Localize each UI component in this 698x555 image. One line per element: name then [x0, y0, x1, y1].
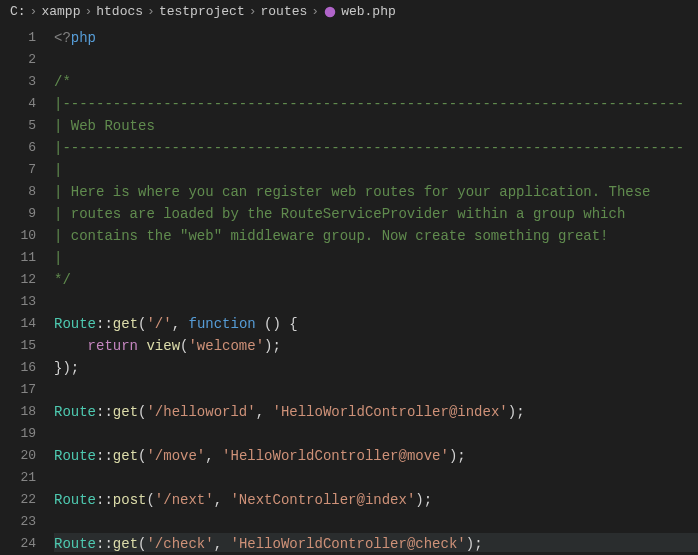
line-number: 2: [0, 49, 36, 71]
line-number: 1: [0, 27, 36, 49]
code-line[interactable]: |: [54, 247, 698, 269]
code-editor[interactable]: 123456789101112131415161718192021222324 …: [0, 23, 698, 552]
line-number: 4: [0, 93, 36, 115]
line-number: 11: [0, 247, 36, 269]
line-number: 19: [0, 423, 36, 445]
breadcrumb-file[interactable]: web.php: [341, 4, 396, 19]
line-number: 22: [0, 489, 36, 511]
breadcrumb-segment[interactable]: htdocs: [96, 4, 143, 19]
line-number: 15: [0, 335, 36, 357]
code-line[interactable]: <?php: [54, 27, 698, 49]
chevron-right-icon: ›: [147, 4, 155, 19]
code-line[interactable]: | routes are loaded by the RouteServiceP…: [54, 203, 698, 225]
line-number: 16: [0, 357, 36, 379]
code-line[interactable]: });: [54, 357, 698, 379]
breadcrumb-segment[interactable]: C:: [10, 4, 26, 19]
line-number: 7: [0, 159, 36, 181]
elephant-php-icon: [323, 5, 337, 19]
code-line[interactable]: | Web Routes: [54, 115, 698, 137]
breadcrumb-segment[interactable]: testproject: [159, 4, 245, 19]
code-line[interactable]: |: [54, 159, 698, 181]
line-number: 20: [0, 445, 36, 467]
line-number: 3: [0, 71, 36, 93]
line-number: 14: [0, 313, 36, 335]
code-line[interactable]: |---------------------------------------…: [54, 93, 698, 115]
code-line[interactable]: */: [54, 269, 698, 291]
line-number: 8: [0, 181, 36, 203]
line-number-gutter: 123456789101112131415161718192021222324: [0, 23, 44, 552]
chevron-right-icon: ›: [249, 4, 257, 19]
line-number: 21: [0, 467, 36, 489]
line-number: 24: [0, 533, 36, 555]
code-line[interactable]: Route::post('/next', 'NextController@ind…: [54, 489, 698, 511]
code-line[interactable]: [54, 511, 698, 533]
line-number: 5: [0, 115, 36, 137]
code-line[interactable]: [54, 467, 698, 489]
breadcrumb: C: › xampp › htdocs › testproject › rout…: [0, 0, 698, 23]
code-line[interactable]: return view('welcome');: [54, 335, 698, 357]
code-line[interactable]: |---------------------------------------…: [54, 137, 698, 159]
code-line[interactable]: Route::get('/check', 'HelloWorldControll…: [54, 533, 698, 552]
chevron-right-icon: ›: [30, 4, 38, 19]
code-line[interactable]: Route::get('/helloworld', 'HelloWorldCon…: [54, 401, 698, 423]
code-line[interactable]: | Here is where you can register web rou…: [54, 181, 698, 203]
code-line[interactable]: Route::get('/move', 'HelloWorldControlle…: [54, 445, 698, 467]
code-line[interactable]: [54, 291, 698, 313]
svg-point-0: [325, 6, 336, 17]
code-line[interactable]: Route::get('/', function () {: [54, 313, 698, 335]
chevron-right-icon: ›: [311, 4, 319, 19]
breadcrumb-segment[interactable]: routes: [261, 4, 308, 19]
line-number: 9: [0, 203, 36, 225]
breadcrumb-segment[interactable]: xampp: [41, 4, 80, 19]
line-number: 17: [0, 379, 36, 401]
line-number: 23: [0, 511, 36, 533]
line-number: 18: [0, 401, 36, 423]
code-line[interactable]: | contains the "web" middleware group. N…: [54, 225, 698, 247]
code-line[interactable]: [54, 49, 698, 71]
code-line[interactable]: /*: [54, 71, 698, 93]
code-line[interactable]: [54, 423, 698, 445]
line-number: 12: [0, 269, 36, 291]
line-number: 10: [0, 225, 36, 247]
line-number: 6: [0, 137, 36, 159]
code-area[interactable]: <?php /*|-------------------------------…: [44, 23, 698, 552]
chevron-right-icon: ›: [84, 4, 92, 19]
line-number: 13: [0, 291, 36, 313]
code-line[interactable]: [54, 379, 698, 401]
